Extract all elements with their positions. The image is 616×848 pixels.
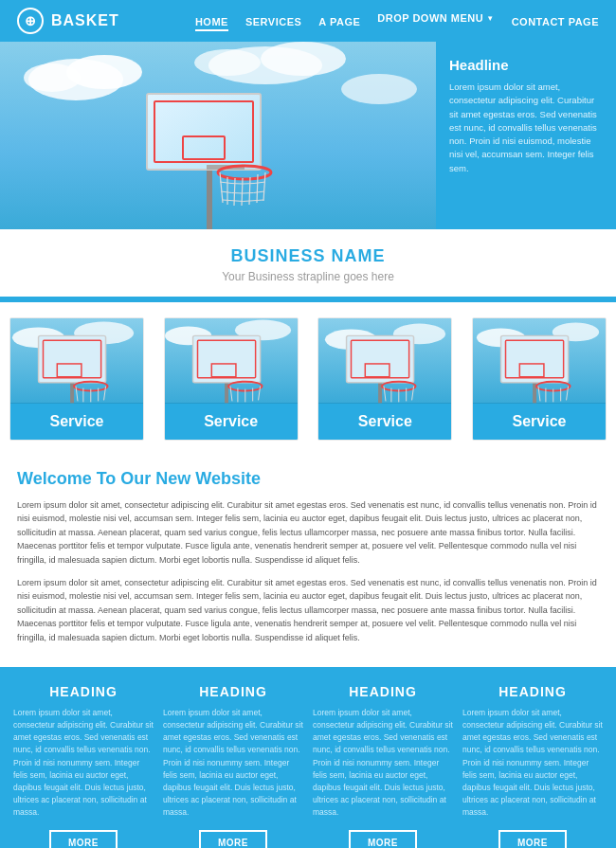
bottom-text-2: Lorem ipsum dolor sit amet, consectetur … (163, 707, 303, 820)
navbar: ⊕ BASKET HOME SERVICES A PAGE DROP DOWN … (0, 0, 616, 42)
logo-icon: ⊕ (17, 8, 44, 34)
nav-link-apage[interactable]: A PAGE (318, 16, 360, 27)
welcome-para1: Lorem ipsum dolor sit amet, consectetur … (17, 498, 599, 567)
service-card-img-4 (473, 318, 606, 404)
service-card-img-3 (318, 318, 451, 404)
business-section: BUSINESS NAME Your Business strapline go… (0, 229, 616, 297)
service-card-img-2 (165, 318, 298, 404)
service-label-4: Service (473, 404, 606, 440)
nav-link-home[interactable]: HOME (195, 16, 228, 31)
welcome-para2: Lorem ipsum dolor sit amet, consectetur … (17, 576, 599, 644)
bottom-grid: HEADING Lorem ipsum dolor sit amet, cons… (13, 684, 603, 848)
service-card-1: Service (9, 317, 144, 441)
hero-image (0, 42, 436, 229)
nav-item-home[interactable]: HOME (195, 12, 228, 29)
nav-menu: HOME SERVICES A PAGE DROP DOWN MENU ▼ CO… (195, 12, 599, 29)
bottom-col-4: HEADING Lorem ipsum dolor sit amet, cons… (462, 684, 603, 848)
bottom-heading-4: HEADING (462, 684, 603, 699)
bottom-section: HEADING Lorem ipsum dolor sit amet, cons… (0, 667, 616, 848)
nav-item-dropdown[interactable]: DROP DOWN MENU ▼ (377, 12, 494, 29)
hero-headline: Headline (449, 57, 603, 73)
bottom-heading-3: HEADING (313, 684, 453, 699)
services-section: Service (0, 302, 616, 456)
service-card-4: Service (472, 317, 607, 441)
bottom-text-3: Lorem ipsum dolor sit amet, consectetur … (313, 707, 453, 820)
business-name: BUSINESS NAME (9, 246, 607, 266)
svg-rect-51 (347, 335, 414, 382)
bottom-col-2: HEADING Lorem ipsum dolor sit amet, cons… (163, 684, 303, 848)
bottom-col-3: HEADING Lorem ipsum dolor sit amet, cons… (313, 684, 453, 848)
more-button-3[interactable]: MORE (349, 830, 417, 848)
brand-name: BASKET (51, 12, 119, 29)
nav-link-dropdown[interactable]: DROP DOWN MENU ▼ (377, 12, 494, 24)
service-card-2: Service (164, 317, 299, 441)
welcome-section: Welcome To Our New Website Lorem ipsum d… (0, 456, 616, 667)
bottom-heading-1: HEADING (13, 684, 154, 699)
hero-paragraph: Lorem ipsum dolor sit amet, consectetur … (449, 81, 603, 175)
nav-item-services[interactable]: SERVICES (245, 12, 301, 29)
hero-section: Headline Lorem ipsum dolor sit amet, con… (0, 42, 616, 229)
nav-link-services[interactable]: SERVICES (245, 16, 301, 27)
bottom-col-1: HEADING Lorem ipsum dolor sit amet, cons… (13, 684, 154, 848)
bottom-text-1: Lorem ipsum dolor sit amet, consectetur … (13, 707, 154, 820)
welcome-heading: Welcome To Our New Website (17, 469, 599, 489)
business-tagline: Your Business strapline goes here (9, 270, 607, 283)
service-label-1: Service (10, 404, 143, 440)
svg-point-5 (261, 42, 346, 76)
svg-point-7 (341, 74, 417, 104)
hero-text-panel: Headline Lorem ipsum dolor sit amet, con… (436, 42, 616, 229)
bottom-heading-2: HEADING (163, 684, 303, 699)
service-label-3: Service (318, 404, 451, 440)
svg-rect-64 (501, 335, 569, 382)
hero-basketball-svg (0, 42, 436, 229)
nav-link-contact[interactable]: CONTACT PAGE (512, 16, 599, 27)
brand-logo: ⊕ BASKET (17, 8, 119, 34)
svg-point-3 (24, 63, 81, 92)
service-label-2: Service (165, 404, 298, 440)
dropdown-arrow-icon: ▼ (486, 14, 494, 23)
more-button-4[interactable]: MORE (498, 830, 567, 848)
svg-point-6 (194, 49, 261, 76)
svg-rect-25 (39, 335, 106, 382)
bottom-text-4: Lorem ipsum dolor sit amet, consectetur … (462, 707, 603, 820)
svg-rect-38 (192, 335, 260, 382)
service-card-3: Service (317, 317, 452, 441)
more-button-2[interactable]: MORE (199, 830, 267, 848)
service-card-img-1 (10, 318, 143, 404)
more-button-1[interactable]: MORE (49, 830, 118, 848)
nav-item-contact[interactable]: CONTACT PAGE (512, 12, 599, 29)
nav-item-apage[interactable]: A PAGE (318, 12, 360, 29)
